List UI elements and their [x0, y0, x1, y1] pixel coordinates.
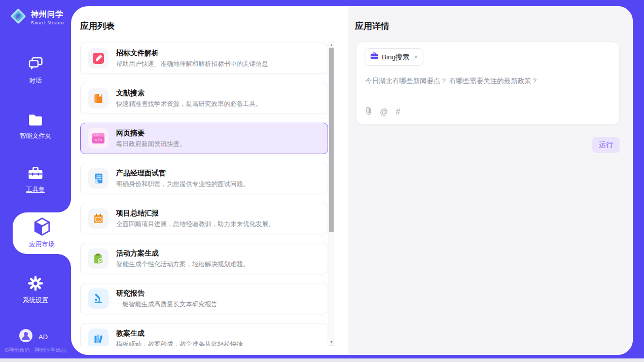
list-scrollbar[interactable]: ▲ ▼ [329, 42, 334, 346]
app-name: 招标文件解析 [116, 49, 268, 58]
webpage-summary-icon: </> [88, 128, 109, 149]
app-desc: 全面回顾项目进展，总结经验教训，助力未来优化发展。 [116, 220, 275, 229]
app-card[interactable]: 活动方案生成 智能生成个性化活动方案，轻松解决规划难题。 [80, 243, 328, 274]
app-card-selected[interactable]: </> 网页摘要 每日政府新闻资讯快查。 [80, 123, 328, 154]
app-desc: 每日政府新闻资讯快查。 [116, 140, 186, 149]
app-card[interactable]: 文献搜索 快速精准查找学术资源，提高研究效率的必备工具。 [80, 83, 328, 114]
folder-icon [28, 114, 43, 129]
sidebar-item-label: 工具集 [26, 186, 45, 194]
app-name: 项目总结汇报 [116, 209, 275, 218]
user-initials: AD [39, 333, 48, 341]
app-name: 教案生成 [116, 329, 243, 338]
sidebar-item-app-market[interactable]: 应用市场 [13, 212, 71, 254]
activity-plan-icon [88, 248, 109, 269]
sidebar-item-smart-folder[interactable]: 智能文件夹 [0, 114, 71, 140]
app-card[interactable]: 产品经理面试官 明确身份和职责，为您提供专业性的面试问题。 [80, 163, 328, 194]
app-name: 网页摘要 [116, 129, 186, 138]
tender-parse-icon [88, 48, 109, 68]
app-list-title: 应用列表 [80, 20, 115, 32]
app-desc: 一键智能生成高质量长文本研究报告 [116, 300, 218, 309]
app-card[interactable]: 研究报告 一键智能生成高质量长文本研究报告 [80, 283, 328, 314]
main-content: 应用列表 招标文件解析 帮助用户快速、准确地理解和解析招标书中的关键信息 [71, 6, 633, 355]
app-card[interactable]: 招标文件解析 帮助用户快速、准确地理解和解析招标书中的关键信息 [80, 43, 328, 74]
app-window: 神州问学 Smart Vision 对话 智能文件夹 [0, 0, 644, 362]
app-card[interactable]: 项目总结汇报 全面回顾项目进展，总结经验教训，助力未来优化发展。 [80, 203, 328, 234]
lesson-plan-icon [88, 329, 109, 346]
hash-icon[interactable]: # [396, 107, 400, 117]
project-summary-icon [88, 208, 109, 229]
chat-icon [28, 56, 43, 74]
sidebar-item-label: 对话 [29, 77, 42, 85]
app-desc: 帮助用户快速、准确地理解和解析招标书中的关键信息 [116, 60, 268, 68]
user-account[interactable]: AD [19, 329, 48, 344]
sidebar-item-chat[interactable]: 对话 [0, 56, 71, 85]
prompt-input[interactable]: 今日湖北有哪些新闻要点？ 有哪些需要关注的最新政策？ [365, 77, 611, 86]
avatar [19, 329, 32, 344]
close-icon[interactable]: × [414, 54, 418, 60]
app-card[interactable]: 教案生成 模板驱动，教案秒成，教学准备从此轻松快捷 [80, 323, 328, 346]
scroll-up-icon[interactable]: ▲ [329, 43, 334, 48]
app-name: 活动方案生成 [116, 249, 249, 258]
briefcase-icon [370, 52, 378, 62]
copyright-text: ©神州数码 · 神州问学出品 [0, 347, 71, 354]
sidebar-item-label: 系统设置 [23, 296, 48, 305]
literature-search-icon [88, 88, 109, 108]
app-desc: 明确身份和职责，为您提供专业性的面试问题。 [116, 180, 249, 189]
research-report-icon [88, 288, 109, 309]
sidebar-item-label: 应用市场 [29, 240, 55, 249]
app-detail-title: 应用详情 [355, 20, 389, 32]
app-desc: 模板驱动，教案秒成，教学准备从此轻松快捷 [116, 340, 243, 346]
brand-subtitle: Smart Vision [31, 20, 64, 25]
brand-logo: 神州问学 Smart Vision [9, 7, 64, 27]
app-list: 招标文件解析 帮助用户快速、准确地理解和解析招标书中的关键信息 文献搜索 快速精… [80, 42, 328, 346]
mention-icon[interactable]: @ [380, 107, 388, 117]
app-name: 研究报告 [116, 289, 218, 298]
app-name: 文献搜索 [116, 89, 262, 98]
app-name: 产品经理面试官 [116, 169, 249, 178]
brand-text: 神州问学 Smart Vision [31, 10, 64, 25]
cube-icon [33, 218, 51, 238]
brand-name: 神州问学 [31, 10, 64, 19]
svg-text:</>: </> [94, 138, 102, 143]
paperclip-icon[interactable] [365, 106, 372, 118]
app-desc: 智能生成个性化活动方案，轻松解决规划难题。 [116, 260, 249, 269]
prompt-card: Bing搜索 × 今日湖北有哪些新闻要点？ 有哪些需要关注的最新政策？ @ # [356, 42, 620, 125]
scrollbar-thumb[interactable] [329, 48, 334, 232]
gear-icon [28, 276, 43, 293]
sidebar: 神州问学 Smart Vision 对话 智能文件夹 [0, 0, 71, 358]
tool-chip-bing-search[interactable]: Bing搜索 × [365, 48, 423, 66]
sidebar-item-toolset[interactable]: 工具集 [0, 166, 71, 194]
briefcase-icon [28, 166, 43, 183]
input-toolbar: @ # [365, 106, 400, 118]
pm-interviewer-icon [88, 168, 109, 189]
sidebar-item-settings[interactable]: 系统设置 [0, 276, 71, 305]
app-desc: 快速精准查找学术资源，提高研究效率的必备工具。 [116, 100, 262, 108]
diamond-logo-icon [9, 7, 27, 27]
sidebar-item-label: 智能文件夹 [20, 132, 52, 140]
run-button[interactable]: 运行 [592, 137, 620, 153]
app-detail-panel: 应用详情 Bing搜索 × 今日湖北有哪些新闻要点？ 有哪些需要关注的最新政策？ [348, 6, 633, 355]
tool-chip-label: Bing搜索 [382, 53, 409, 62]
scroll-down-icon[interactable]: ▼ [329, 340, 334, 345]
